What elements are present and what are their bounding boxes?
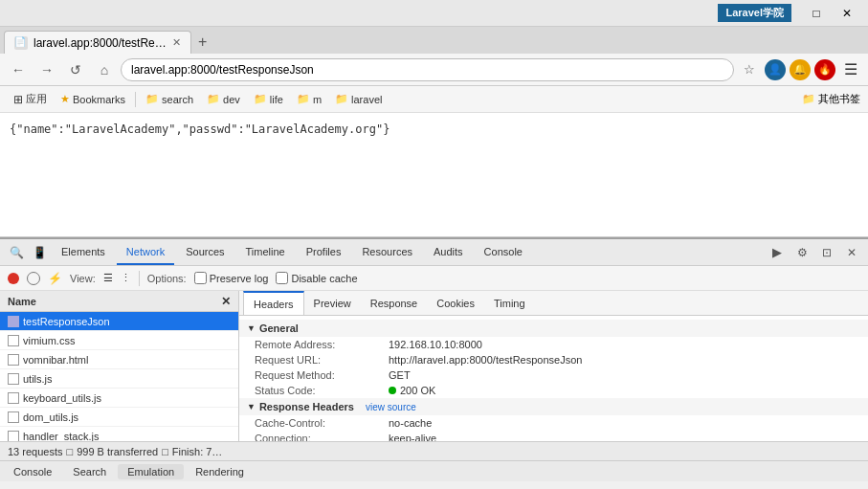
back-button[interactable]: ← xyxy=(6,57,31,82)
list-item-dom-utils[interactable]: dom_utils.js xyxy=(0,408,238,427)
preserve-log-checkbox-label[interactable]: Preserve log xyxy=(194,272,269,284)
brand-label: Laravel学院 xyxy=(718,4,791,22)
devtools-right-controls: ▶ ⚙ ⊡ ✕ xyxy=(767,242,862,263)
tab-favicon: 📄 xyxy=(14,36,28,50)
other-bookmarks[interactable]: 📁 其他书签 xyxy=(802,92,860,106)
tab-console[interactable]: Console xyxy=(475,239,532,265)
disable-cache-checkbox-label[interactable]: Disable cache xyxy=(276,272,357,284)
connection-val: keep-alive xyxy=(389,433,853,441)
tab-resources[interactable]: Resources xyxy=(352,239,422,265)
bottom-tab-rendering[interactable]: Rendering xyxy=(186,464,254,479)
address-bar[interactable] xyxy=(121,58,734,81)
bookmarks-bar: ⊞ 应用 ★ Bookmarks 📁 search 📁 dev 📁 life 📁… xyxy=(0,86,868,113)
devtools-settings-icon[interactable]: ⚙ xyxy=(791,242,812,263)
request-method-row: Request Method: GET xyxy=(239,367,868,383)
list-item-name-2: vimium.css xyxy=(23,335,75,346)
devtools-dock-icon[interactable]: ⊡ xyxy=(816,242,837,263)
devtools-console-button[interactable]: ▶ xyxy=(767,242,788,263)
name-column-header: Name xyxy=(8,296,36,307)
devtools-search-icon[interactable]: 🔍 xyxy=(6,242,27,263)
request-method-val: GET xyxy=(389,369,853,381)
request-url-val: http://laravel.app:8000/testResponseJson xyxy=(389,354,853,366)
devtools-close-icon[interactable]: ✕ xyxy=(841,242,862,263)
record-button[interactable] xyxy=(8,273,19,284)
tab-elements[interactable]: Elements xyxy=(52,239,115,265)
bookmark-dev-label: dev xyxy=(223,94,240,105)
list-header-close-icon[interactable]: ✕ xyxy=(221,295,231,308)
options-label: Options: xyxy=(147,273,187,284)
preserve-log-checkbox[interactable] xyxy=(194,272,207,284)
bookmark-m[interactable]: 📁 m xyxy=(291,91,327,107)
detail-tabs: Headers Preview Response Cookies Timing xyxy=(239,291,868,316)
response-headers-title: Response Headers xyxy=(259,401,354,412)
general-section-header[interactable]: ▼ General xyxy=(239,320,868,337)
maximize-button[interactable]: □ xyxy=(803,3,830,24)
list-item-testresponsejson[interactable]: testResponseJson xyxy=(0,312,238,331)
remote-address-val: 192.168.10.10:8000 xyxy=(389,339,853,350)
detail-tab-timing[interactable]: Timing xyxy=(484,291,535,315)
triangle-icon-2: ▼ xyxy=(247,402,256,411)
request-method-key: Request Method: xyxy=(255,369,389,381)
user-icon[interactable]: 👤 xyxy=(765,59,786,80)
view-source-link[interactable]: view source xyxy=(366,402,416,412)
detail-tab-headers[interactable]: Headers xyxy=(243,291,304,315)
request-list-header: Name ✕ xyxy=(0,291,238,312)
filter-icon[interactable]: ⚡ xyxy=(48,272,62,285)
bookmark-dev[interactable]: 📁 dev xyxy=(201,91,246,107)
transferred-size: 999 B transferred xyxy=(77,446,158,457)
close-button[interactable]: ✕ xyxy=(834,3,860,24)
bookmarks-separator xyxy=(135,92,136,107)
bookmarks-apps-item[interactable]: ⊞ 应用 xyxy=(8,90,53,108)
bottom-tab-console[interactable]: Console xyxy=(4,464,61,479)
remote-address-row: Remote Address: 192.168.10.10:8000 xyxy=(239,337,868,352)
fire-icon[interactable]: 🔥 xyxy=(814,59,835,80)
devtools-device-icon[interactable]: 📱 xyxy=(29,242,50,263)
home-button[interactable]: ⌂ xyxy=(92,57,117,82)
view-tree-icon[interactable]: ⋮ xyxy=(121,272,131,284)
detail-tab-cookies[interactable]: Cookies xyxy=(427,291,484,315)
bookmark-life[interactable]: 📁 life xyxy=(248,91,289,107)
preserve-log-label: Preserve log xyxy=(210,273,269,284)
star-icon[interactable]: ☆ xyxy=(738,58,761,81)
tab-profiles[interactable]: Profiles xyxy=(297,239,351,265)
tab-close-icon[interactable]: ✕ xyxy=(172,36,181,49)
cache-control-val: no-cache xyxy=(389,417,853,429)
bottom-tab-search[interactable]: Search xyxy=(63,464,116,479)
reload-button[interactable]: ↺ xyxy=(63,57,88,82)
forward-button[interactable]: → xyxy=(34,57,59,82)
bookmarks-star-item[interactable]: ★ Bookmarks xyxy=(55,91,131,107)
list-item-name-5: keyboard_utils.js xyxy=(23,392,101,404)
browser-tab-active[interactable]: 📄 laravel.app:8000/testRe… ✕ xyxy=(4,31,191,54)
tab-bar: 📄 laravel.app:8000/testRe… ✕ + xyxy=(0,27,868,54)
request-url-key: Request URL: xyxy=(255,354,389,366)
list-item-handler-stack[interactable]: handler_stack.js xyxy=(0,427,238,441)
tab-sources[interactable]: Sources xyxy=(176,239,234,265)
response-headers-section-header[interactable]: ▼ Response Headers view source xyxy=(239,398,868,415)
detail-tab-response[interactable]: Response xyxy=(361,291,428,315)
connection-row: Connection: keep-alive xyxy=(239,431,868,441)
request-list: testResponseJson vimium.css vomnibar.htm… xyxy=(0,312,238,441)
view-list-icon[interactable]: ☰ xyxy=(103,272,113,284)
tab-audits[interactable]: Audits xyxy=(424,239,473,265)
tab-network[interactable]: Network xyxy=(117,239,174,265)
new-tab-button[interactable]: + xyxy=(191,31,214,54)
bookmark-search[interactable]: 📁 search xyxy=(140,91,199,107)
list-item-keyboard-utils[interactable]: keyboard_utils.js xyxy=(0,389,238,408)
bookmark-laravel[interactable]: 📁 laravel xyxy=(329,91,388,107)
list-item-vomnibar[interactable]: vomnibar.html xyxy=(0,350,238,369)
menu-icon[interactable]: ☰ xyxy=(839,58,862,81)
detail-tab-preview[interactable]: Preview xyxy=(304,291,361,315)
tab-timeline[interactable]: Timeline xyxy=(236,239,295,265)
list-item-name-3: vomnibar.html xyxy=(23,354,88,366)
triangle-icon: ▼ xyxy=(247,323,256,333)
browser-content: {"name":"LaravelAcademy","passwd":"Larav… xyxy=(0,113,868,237)
bookmarks-star-icon: ★ xyxy=(60,93,70,105)
list-item-utils[interactable]: utils.js xyxy=(0,369,238,389)
folder-icon: 📁 xyxy=(145,93,159,105)
bottom-tab-emulation[interactable]: Emulation xyxy=(118,464,184,479)
statusbar-separator-2: □ xyxy=(162,446,168,457)
list-item-vimium-css[interactable]: vimium.css xyxy=(0,331,238,350)
notification-icon[interactable]: 🔔 xyxy=(790,59,811,80)
clear-button[interactable] xyxy=(27,272,40,285)
disable-cache-checkbox[interactable] xyxy=(276,272,288,284)
